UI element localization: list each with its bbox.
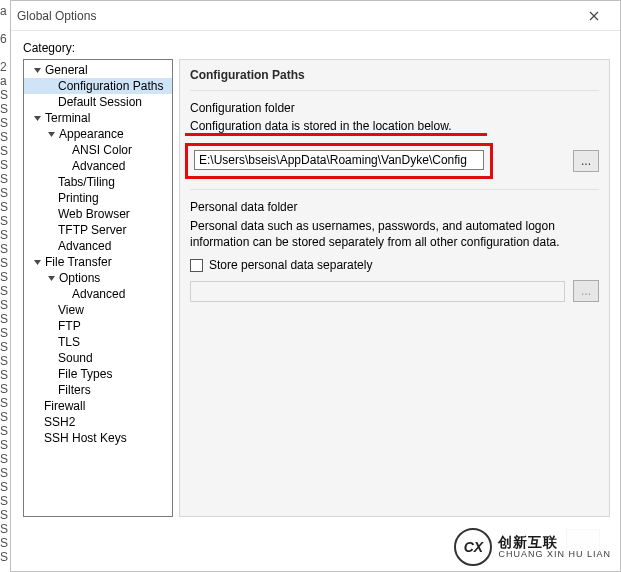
separator [190, 189, 599, 190]
tree-label: TFTP Server [58, 223, 126, 237]
browse-config-button[interactable]: ... [573, 150, 599, 172]
tree-label: Advanced [72, 287, 125, 301]
watermark-logo-icon: CX [454, 528, 492, 566]
tree-options[interactable]: Options [24, 270, 172, 286]
tree-label: SSH2 [44, 415, 75, 429]
tree-filters[interactable]: Filters [24, 382, 172, 398]
watermark: CX 创新互联 CHUANG XIN HU LIAN [452, 526, 617, 568]
caret-down-icon [32, 65, 43, 76]
tree-label: Default Session [58, 95, 142, 109]
category-label: Category: [23, 41, 610, 55]
tree-label: Advanced [58, 239, 111, 253]
tree-sound[interactable]: Sound [24, 350, 172, 366]
tree-label: General [45, 63, 88, 77]
tree-file-transfer[interactable]: File Transfer [24, 254, 172, 270]
ellipsis-icon: ... [581, 284, 591, 298]
ellipsis-icon: ... [581, 154, 591, 168]
browse-personal-button: ... [573, 280, 599, 302]
tree-tftp[interactable]: TFTP Server [24, 222, 172, 238]
tree-printing[interactable]: Printing [24, 190, 172, 206]
tree-label: Advanced [72, 159, 125, 173]
tree-terminal[interactable]: Terminal [24, 110, 172, 126]
tree-file-types[interactable]: File Types [24, 366, 172, 382]
caret-down-icon [46, 273, 57, 284]
tree-firewall[interactable]: Firewall [24, 398, 172, 414]
tree-label: File Transfer [45, 255, 112, 269]
tree-appearance[interactable]: Appearance [24, 126, 172, 142]
tree-label: File Types [58, 367, 112, 381]
watermark-text: 创新互联 CHUANG XIN HU LIAN [498, 535, 611, 559]
caret-down-icon [32, 257, 43, 268]
highlight-top-border [185, 133, 487, 136]
checkbox-icon[interactable] [190, 259, 203, 272]
personal-folder-input [190, 281, 565, 302]
store-personal-checkbox-row[interactable]: Store personal data separately [190, 258, 599, 272]
tree-label: Printing [58, 191, 99, 205]
tree-label: Sound [58, 351, 93, 365]
tree-view[interactable]: View [24, 302, 172, 318]
tree-default-session[interactable]: Default Session [24, 94, 172, 110]
columns: General Configuration Paths Default Sess… [23, 59, 610, 517]
caret-down-icon [32, 113, 43, 124]
tree-web[interactable]: Web Browser [24, 206, 172, 222]
global-options-dialog: Global Options Category: General Configu… [10, 0, 621, 572]
close-button[interactable] [574, 2, 614, 30]
tree-adv-appearance[interactable]: Advanced [24, 158, 172, 174]
tree-config-paths[interactable]: Configuration Paths [24, 78, 172, 94]
tree-label: FTP [58, 319, 81, 333]
watermark-cn: 创新互联 [498, 535, 611, 550]
store-personal-checkbox-label: Store personal data separately [209, 258, 372, 272]
tree-ssh-host-keys[interactable]: SSH Host Keys [24, 430, 172, 446]
personal-folder-row: ... [190, 280, 599, 302]
tree-label: Options [59, 271, 100, 285]
tree-label: Tabs/Tiling [58, 175, 115, 189]
tree-label: Appearance [59, 127, 124, 141]
tree-general[interactable]: General [24, 62, 172, 78]
watermark-py: CHUANG XIN HU LIAN [498, 550, 611, 559]
tree-label: ANSI Color [72, 143, 132, 157]
tree-label: Terminal [45, 111, 90, 125]
tree-label: SSH Host Keys [44, 431, 127, 445]
tree-tls[interactable]: TLS [24, 334, 172, 350]
close-icon [589, 11, 599, 21]
tree-ssh2[interactable]: SSH2 [24, 414, 172, 430]
tree-label: TLS [58, 335, 80, 349]
settings-panel: Configuration Paths Configuration folder… [179, 59, 610, 517]
tree-adv-ft[interactable]: Advanced [24, 286, 172, 302]
config-folder-input[interactable] [194, 150, 484, 170]
tree-adv-term[interactable]: Advanced [24, 238, 172, 254]
category-tree[interactable]: General Configuration Paths Default Sess… [23, 59, 173, 517]
caret-down-icon [46, 129, 57, 140]
tree-tabs[interactable]: Tabs/Tiling [24, 174, 172, 190]
config-folder-row: ... [190, 143, 599, 179]
dialog-body: Category: General Configuration Paths De… [11, 31, 620, 571]
titlebar: Global Options [11, 1, 620, 31]
config-folder-label: Configuration folder [190, 101, 599, 115]
tree-label: View [58, 303, 84, 317]
personal-data-label: Personal data folder [190, 200, 599, 214]
window-title: Global Options [17, 9, 574, 23]
config-folder-highlight [185, 143, 493, 179]
tree-label: Filters [58, 383, 91, 397]
tree-ftp[interactable]: FTP [24, 318, 172, 334]
panel-title: Configuration Paths [190, 68, 599, 91]
tree-label: Web Browser [58, 207, 130, 221]
tree-ansi-color[interactable]: ANSI Color [24, 142, 172, 158]
tree-label: Firewall [44, 399, 85, 413]
personal-data-desc: Personal data such as usernames, passwor… [190, 218, 599, 250]
left-gutter: a62aSSSSSSSSSSSSSSSSSSSSSSSSSSSSSSSSSS [0, 0, 10, 572]
tree-label: Configuration Paths [58, 79, 163, 93]
